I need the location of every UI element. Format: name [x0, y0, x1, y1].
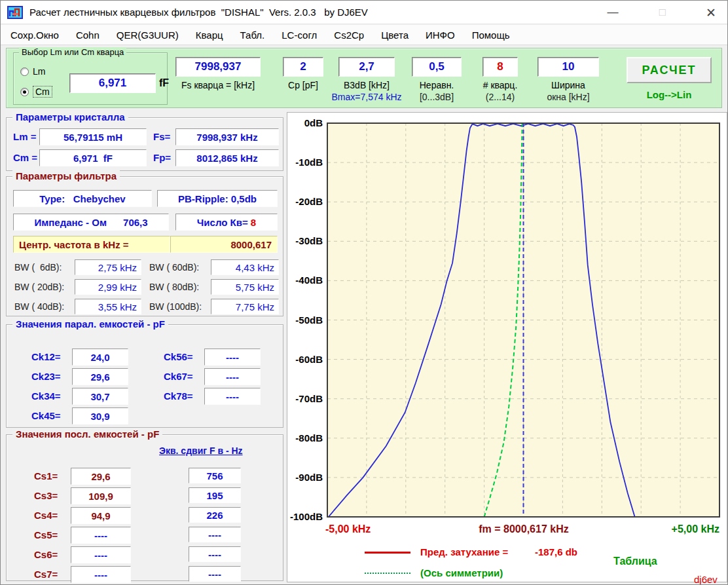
bw-value-1: 2,75 kHz — [75, 259, 141, 275]
center-frequency-label: Центр. частота в kHz = — [13, 236, 170, 253]
menu-item-7[interactable]: Cs2Cp — [325, 29, 373, 41]
cs-value: ---- — [71, 546, 131, 563]
bw-label-2: BW ( 80dB): — [149, 282, 199, 292]
legend-value: -187,6 db — [535, 546, 577, 557]
ck-value-2: ---- — [204, 368, 261, 385]
cs-shift-value: ---- — [189, 527, 241, 542]
pb-ripple-field: PB-Ripple: 0,5db — [157, 190, 278, 207]
menu-item-1[interactable]: Сохр.Окно — [2, 29, 67, 41]
minimize-button[interactable]: — — [598, 1, 628, 24]
cs-value: ---- — [71, 527, 131, 544]
impedance-field: Импеданс - Ом 706,3 — [13, 214, 169, 231]
field-input-2[interactable]: 2 — [283, 57, 323, 77]
field-input-5[interactable]: 8 — [482, 57, 518, 77]
menu-item-9[interactable]: ИНФО — [417, 29, 464, 41]
ck-value-1: 30,7 — [72, 388, 128, 405]
bw-value-1: 2,99 kHz — [75, 279, 141, 295]
window-title: Расчет лестничных кварцевых фильтров "DI… — [29, 7, 368, 18]
cs-value: 29,6 — [71, 468, 131, 485]
menu-item-5[interactable]: Табл. — [232, 29, 274, 41]
y-tick-label: -80dB — [287, 432, 323, 443]
crystal-params-box: Параметры кристалла Lm =56,79115 mHFs=79… — [6, 117, 283, 171]
radio-cm[interactable]: Cm — [20, 86, 52, 98]
y-tick-label: -60dB — [287, 354, 323, 365]
series-caps-header: Значения посл. емкостей - pF — [12, 428, 162, 440]
bw-label-1: BW ( 40dB): — [14, 301, 64, 312]
y-tick-label: -100dB — [287, 511, 323, 522]
x-axis-label-left: -5,00 kHz — [325, 523, 371, 535]
field-input-3[interactable]: 2,7 — [338, 57, 395, 77]
cs-label: Cs3= — [34, 490, 58, 501]
bw-value-2: 5,75 kHz — [211, 279, 279, 295]
cs-label: Cs1= — [34, 470, 58, 481]
cm-value-input[interactable]: 6,971 — [69, 73, 156, 93]
y-tick-label: -10dB — [287, 157, 323, 168]
cs-value: 109,9 — [71, 487, 131, 504]
radio-lm-circle[interactable] — [20, 67, 29, 76]
field-input-1[interactable]: 7998,937 — [175, 57, 261, 77]
crystal-count-value: 8 — [251, 217, 256, 228]
bw-value-2: 4,43 kHz — [211, 259, 279, 275]
table-link[interactable]: Таблица — [613, 556, 657, 567]
field-label-6: Ширина — [537, 80, 599, 90]
freq-shift-link[interactable]: Экв. сдвиг F в - Hz — [159, 445, 243, 456]
calculate-button[interactable]: РАСЧЕТ — [627, 57, 712, 83]
cs-shift-value: 226 — [189, 507, 241, 523]
menu-item-3[interactable]: QER(G3UUR) — [108, 29, 187, 41]
menu-item-8[interactable]: Цвета — [373, 29, 417, 41]
radio-lm[interactable]: Lm — [20, 66, 45, 77]
field-label-1: Fs кварца = [kHz] — [175, 80, 261, 90]
legend-label: (Ось симметрии) — [420, 567, 503, 578]
radio-cm-circle[interactable] — [20, 88, 29, 96]
crystal-row-value-1: 56,79115 mH — [39, 128, 147, 145]
ck-value-2: ---- — [204, 388, 261, 405]
x-axis-label-right: +5,00 kHz — [628, 523, 719, 535]
field-input-4[interactable]: 0,5 — [412, 57, 462, 77]
lm-cm-choice-group: Выбор Lm или Cm кварца Lm Cm 6,971 fF — [13, 52, 168, 105]
filter-response-plot — [287, 113, 728, 583]
field-input-6[interactable]: 10 — [537, 57, 599, 77]
x-axis-label-center: fm = 8000,617 kHz — [418, 523, 629, 535]
ck-value-1: 30,9 — [72, 407, 128, 425]
crystal-params-header: Параметры кристалла — [12, 111, 128, 123]
menu-item-4[interactable]: Кварц — [187, 29, 232, 41]
parallel-caps-header: Значения парал. емкостей - pF — [12, 318, 168, 330]
field-group-6: 10Ширинаокна [kHz] — [537, 48, 599, 109]
radio-lm-label: Lm — [33, 66, 45, 77]
crystal-row-label-1: Cm = — [13, 152, 37, 163]
y-tick-label: -70dB — [287, 393, 323, 404]
menu-item-6[interactable]: LC-согл — [273, 29, 325, 41]
field-label-3: B3dB [kHz] — [338, 80, 395, 90]
field-group-1: 7998,937Fs кварца = [kHz] — [175, 48, 261, 109]
y-tick-label: -50dB — [287, 314, 323, 326]
crystal-row-label-1: Lm = — [13, 131, 36, 142]
crystal-row-value-1: 6,971 fF — [39, 149, 147, 166]
cs-value: 94,9 — [71, 507, 131, 524]
bw-label-1: BW ( 20dB): — [14, 282, 64, 292]
credit-text: dj6ev — [694, 574, 718, 585]
field-sublabel-6: окна [kHz] — [507, 92, 630, 102]
parallel-caps-box: Значения парал. емкостей - pF Ck12=24,0C… — [6, 324, 283, 428]
cs-label: Cs6= — [34, 549, 58, 560]
crystal-row-value-2: 7998,937 kHz — [175, 128, 279, 145]
ck-label-1: Ck23= — [31, 371, 61, 382]
cs-label: Cs4= — [34, 510, 58, 521]
menu-item-2[interactable]: Cohn — [67, 29, 108, 41]
radio-cm-label: Cm — [33, 86, 52, 98]
y-tick-label: -30dB — [287, 235, 323, 246]
choice-group-legend: Выбор Lm или Cm кварца — [19, 47, 126, 57]
filter-params-box: Параметры фильтра Type: Chebychev PB-Rip… — [6, 176, 283, 316]
y-tick-label: 0dB — [287, 117, 323, 128]
field-label-2: Cp [pF] — [283, 80, 323, 90]
ck-label-1: Ck34= — [31, 390, 61, 402]
bw-label-1: BW ( 6dB): — [14, 262, 62, 273]
log-lin-toggle[interactable]: Log-->Lin — [627, 89, 712, 100]
y-tick-label: -90dB — [287, 472, 323, 483]
center-frequency-value: 8000,617 — [170, 236, 278, 253]
menu-item-10[interactable]: Помощь — [464, 29, 519, 41]
close-button[interactable]: ✕ — [696, 1, 726, 24]
legend-swatch-solid — [365, 552, 410, 554]
field-group-4: 0,5Неравн.[0...3dB] — [412, 48, 462, 109]
legend-label: Пред. затухание = — [420, 546, 511, 557]
filter-type-field: Type: Chebychev — [13, 190, 152, 207]
